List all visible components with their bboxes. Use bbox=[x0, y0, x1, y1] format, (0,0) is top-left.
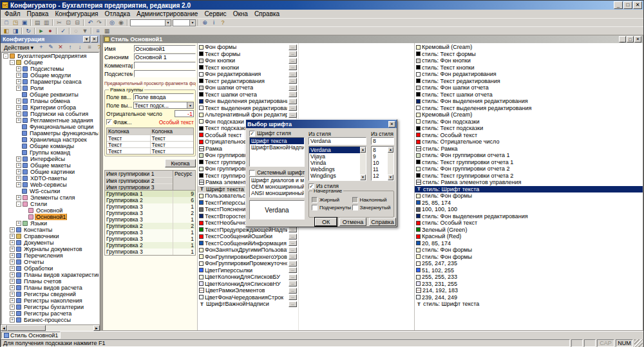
font-size-input[interactable]: 8 bbox=[371, 137, 394, 145]
tree-item[interactable]: +Подписки на события bbox=[2, 111, 99, 117]
property-edit-button[interactable]: ... bbox=[289, 247, 297, 253]
checkbox-icon[interactable] bbox=[352, 205, 358, 211]
copy-icon[interactable]: ⊡ bbox=[64, 19, 73, 26]
style-value-row[interactable]: стиль: Особый текст bbox=[415, 220, 643, 227]
menu-item[interactable]: Сервис bbox=[201, 10, 229, 18]
expand-icon[interactable]: + bbox=[16, 111, 21, 117]
tree-item[interactable]: +Справочники bbox=[2, 233, 99, 239]
property-edit-button[interactable]: ... bbox=[289, 58, 297, 64]
style-value-row[interactable]: стиль: Фон кнопки bbox=[415, 57, 643, 64]
tree-item[interactable]: +Документы bbox=[2, 239, 99, 246]
tree-item[interactable]: +XDTO-пакеты bbox=[2, 175, 99, 182]
expand-icon[interactable]: + bbox=[16, 195, 21, 200]
doc-minimize-button[interactable]: _ bbox=[619, 36, 626, 42]
style-property-row[interactable]: ФонЗанятыхДругимиПользователями... bbox=[198, 247, 298, 254]
tree-item[interactable]: +Регистры бухгалтерии bbox=[2, 304, 99, 310]
font-item[interactable]: Vrinda bbox=[309, 160, 360, 166]
style-property-row[interactable]: Текст шапки отчета... bbox=[198, 91, 298, 98]
size-list-scrollbar[interactable]: ▲ ▼ bbox=[388, 147, 393, 180]
system-font-item[interactable]: OEM моноширинный шрифт bbox=[250, 183, 304, 190]
style-editor-title-bar[interactable]: Стиль Основной1 _ □ ✕ bbox=[103, 35, 643, 43]
subsystems-input[interactable] bbox=[134, 70, 196, 77]
property-edit-button[interactable]: ... bbox=[289, 288, 297, 294]
preview-checkbox[interactable]: ✓ bbox=[106, 119, 112, 125]
configuration-tree[interactable]: -БухгалтерияПредприятия-Общие+Подсистемы… bbox=[1, 52, 99, 324]
menu-item[interactable]: Правка bbox=[24, 10, 52, 18]
system-font-checkbox[interactable]: Системный шрифт bbox=[249, 169, 305, 176]
font-item[interactable]: Verdana bbox=[309, 147, 360, 153]
checkbox-icon[interactable] bbox=[352, 197, 358, 203]
menu-item[interactable]: Файл bbox=[1, 10, 24, 18]
property-edit-button[interactable]: ... bbox=[289, 234, 297, 239]
style-property-row[interactable]: ТекстПредупреждающейНадписи... bbox=[198, 227, 298, 234]
system-font-item[interactable]: Шрифт диалогов и меню bbox=[250, 177, 304, 183]
dialog-close-icon[interactable]: ✕ bbox=[388, 121, 395, 127]
tree-item[interactable]: +Общие картинки bbox=[2, 169, 99, 175]
expand-icon[interactable]: + bbox=[10, 259, 15, 265]
style-property-row[interactable]: ЦветФонаЧередованияСтрок... bbox=[198, 294, 298, 301]
property-edit-button[interactable]: ... bbox=[289, 227, 297, 232]
negative-number-input[interactable] bbox=[175, 110, 194, 117]
grid-row[interactable]: Группировка 31 bbox=[105, 249, 195, 255]
style-value-row[interactable]: 239, 244, 249 bbox=[415, 294, 643, 301]
expand-icon[interactable]: + bbox=[16, 79, 21, 84]
zoom-icon[interactable]: ⊕ bbox=[200, 19, 209, 26]
style-value-row[interactable]: Зеленый (Green) bbox=[415, 227, 643, 234]
font-list-scrollbar[interactable]: ▲ ▼ bbox=[360, 147, 366, 180]
property-edit-button[interactable]: ... bbox=[289, 51, 297, 57]
add-icon[interactable]: + bbox=[37, 44, 46, 52]
style-value-row[interactable]: стиль: Текст редактирования bbox=[415, 78, 643, 85]
undo-icon[interactable]: ↶ bbox=[86, 19, 95, 26]
style-property-row[interactable]: Текст кнопки... bbox=[198, 64, 298, 71]
style-value-row[interactable]: стиль: Рамка bbox=[415, 145, 643, 153]
font-style-option[interactable]: Наклонный bbox=[352, 197, 392, 203]
style-value-row[interactable]: 255, 247, 235 bbox=[415, 260, 643, 267]
menu-item[interactable]: Конфигурация bbox=[52, 10, 101, 18]
style-font-item[interactable]: Шрифт текста bbox=[250, 138, 304, 144]
style-value-row[interactable]: 233, 231, 255 bbox=[415, 281, 643, 288]
tree-item[interactable]: +Общие модули bbox=[2, 72, 99, 79]
tree-item[interactable]: +Регистры накопления bbox=[2, 297, 99, 304]
find-next-icon[interactable]: ◉ bbox=[117, 19, 126, 26]
tree-item[interactable]: +Бизнес-процессы bbox=[2, 317, 99, 323]
property-edit-button[interactable]: ... bbox=[289, 240, 297, 246]
tree-item[interactable]: +Языки bbox=[2, 220, 99, 227]
expand-icon[interactable]: + bbox=[16, 176, 21, 181]
style-property-row[interactable]: ФонГруппировкиПромежуточногоУровня... bbox=[198, 260, 298, 267]
font-item[interactable]: Wingdings bbox=[309, 173, 360, 179]
expand-icon[interactable]: + bbox=[10, 266, 15, 271]
tree-item[interactable]: Общие реквизиты bbox=[2, 91, 99, 98]
move-up-icon[interactable]: ↑ bbox=[66, 44, 75, 52]
expand-icon[interactable]: + bbox=[16, 163, 21, 168]
style-values-list[interactable]: Кремовый (Cream)стиль: Текст формыстиль:… bbox=[415, 43, 643, 330]
font-list[interactable]: ▲ ▼ VerdanaVijayaVrindaWebdingsWingdings bbox=[308, 146, 366, 181]
style-property-row[interactable]: ФонГруппировкиВерхнегоУровня... bbox=[198, 254, 298, 261]
expand-icon[interactable]: + bbox=[10, 272, 15, 277]
global-search-icon[interactable]: ◌ bbox=[71, 27, 80, 35]
font-item[interactable]: Webdings bbox=[309, 166, 360, 173]
style-property-row[interactable]: Фон кнопки... bbox=[198, 57, 298, 64]
tree-item[interactable]: +Интерфейсы bbox=[2, 156, 99, 162]
tree-item[interactable]: -Общие bbox=[2, 59, 99, 66]
filter-icon[interactable]: ▼ bbox=[80, 27, 90, 35]
checkbox-icon[interactable]: ✓ bbox=[249, 131, 255, 136]
scroll-down-icon[interactable]: ▼ bbox=[388, 174, 393, 180]
tree-item[interactable]: Функциональные опции bbox=[2, 124, 99, 130]
expand-icon[interactable]: + bbox=[10, 240, 15, 245]
style-value-row[interactable]: стиль: Текст шапки отчета bbox=[415, 91, 643, 98]
property-edit-button[interactable]: ... bbox=[289, 78, 297, 84]
tree-item[interactable]: Хранилища настроек bbox=[2, 136, 99, 143]
save-configuration-icon[interactable]: ◨ bbox=[11, 27, 20, 35]
doc-maximize-button[interactable]: □ bbox=[627, 36, 634, 42]
tree-item[interactable]: +Отчеты bbox=[2, 259, 99, 265]
font-style-option[interactable]: Зачеркнутый bbox=[352, 205, 392, 211]
font-size-item[interactable]: 10 bbox=[372, 160, 388, 166]
property-edit-button[interactable]: ... bbox=[289, 274, 297, 280]
tree-item[interactable]: Параметры функциональных опций bbox=[2, 130, 99, 136]
comment-input[interactable] bbox=[134, 62, 196, 69]
resize-grip[interactable] bbox=[634, 339, 643, 347]
window-bar-item[interactable]: Стиль Основной1 bbox=[1, 332, 61, 339]
grid-row[interactable]: Группировка 19 bbox=[105, 191, 195, 197]
title-bar[interactable]: 1С Конфигуратор - Бухгалтерия предприяти… bbox=[1, 1, 643, 10]
menu-item[interactable]: Справка bbox=[251, 10, 283, 18]
